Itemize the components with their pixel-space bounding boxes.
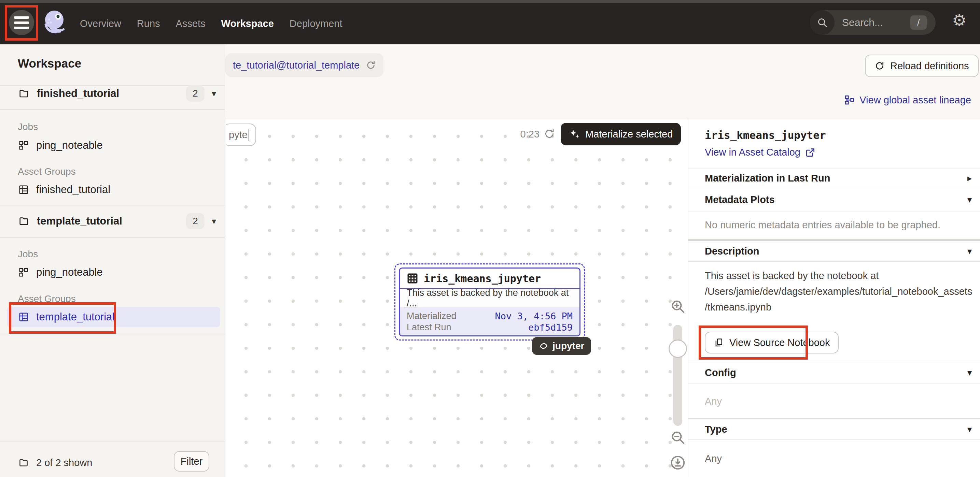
hamburger-bar: [14, 16, 29, 19]
asset-group-icon: [18, 185, 29, 195]
view-source-notebook-button[interactable]: View Source Notebook: [705, 332, 838, 353]
window-top-strip: [0, 0, 980, 3]
asset-group-icon: [18, 312, 29, 322]
latest-run-row: Latest Run ebf5d159: [407, 322, 573, 333]
nav-deployment[interactable]: Deployment: [290, 18, 342, 29]
divider: [688, 362, 980, 362]
code-location-tag[interactable]: te_tutorial@tutorial_template: [225, 53, 383, 77]
latest-run-value[interactable]: ebf5d159: [528, 322, 573, 333]
text-cursor: [248, 128, 249, 141]
metadata-empty-text: No numeric metadata entries available to…: [705, 219, 940, 231]
jobs-section-label: Jobs: [18, 249, 38, 260]
materialized-row: Materialized Nov 3, 4:56 PM: [407, 311, 573, 322]
chevron-down-icon: ▾: [967, 246, 972, 257]
chevron-down-icon: ▾: [967, 424, 972, 435]
chevron-down-icon: ▾: [967, 368, 972, 378]
reload-definitions-button[interactable]: Reload definitions: [865, 55, 978, 77]
job-icon: [18, 140, 29, 151]
zoom-slider-handle[interactable]: [668, 339, 687, 358]
refresh-icon[interactable]: [544, 128, 555, 139]
chevron-down-icon[interactable]: ▾: [212, 216, 216, 227]
filter-button[interactable]: Filter: [174, 451, 209, 472]
gear-icon[interactable]: ⚙: [952, 12, 967, 29]
divider: [0, 237, 225, 238]
hamburger-bar: [14, 27, 29, 29]
graph-refresh-timer: 0:23: [512, 128, 539, 140]
zoom-out-icon[interactable]: [670, 429, 686, 445]
asset-groups-section-label: Asset Groups: [18, 293, 76, 304]
sidebar-item-group-template-tutorial[interactable]: template_tutorial: [7, 307, 220, 327]
search-icon: [810, 10, 835, 35]
asset-graph-canvas[interactable]: pyte 0:23 Materialize selected: [226, 119, 688, 477]
nav-runs[interactable]: Runs: [137, 18, 160, 29]
download-graph-icon[interactable]: [670, 455, 686, 471]
graph-filter-chip[interactable]: pyte: [226, 124, 256, 146]
folder-icon: [18, 216, 29, 227]
hamburger-menu-button[interactable]: [9, 10, 34, 35]
chevron-down-icon[interactable]: ▾: [212, 89, 216, 99]
repo-label: template_tutorial: [37, 215, 122, 227]
notebook-copy-icon: [714, 338, 724, 348]
nav-workspace[interactable]: Workspace: [221, 18, 274, 29]
repo-count-badge: 2: [186, 85, 205, 102]
sidebar-item-job-ping-noteable[interactable]: ping_noteable: [0, 135, 225, 155]
materialize-selected-label: Materialize selected: [585, 128, 673, 140]
repo-row-finished-tutorial[interactable]: finished_tutorial 2 ▾: [0, 82, 225, 105]
sidebar-item-label: finished_tutorial: [36, 184, 110, 196]
metadata-plots-label: Metadata Plots: [705, 194, 775, 205]
jobs-section-label: Jobs: [18, 122, 38, 132]
nav-overview[interactable]: Overview: [80, 18, 121, 29]
search-placeholder: Search...: [842, 17, 883, 29]
primary-nav: Overview Runs Assets Workspace Deploymen…: [80, 3, 342, 44]
table-icon: [407, 273, 418, 284]
sidebar-item-label: ping_noteable: [36, 266, 103, 279]
description-section[interactable]: Description ▾: [705, 242, 972, 261]
materialize-selected-button[interactable]: Materialize selected: [561, 123, 681, 145]
reload-definitions-label: Reload definitions: [890, 60, 969, 72]
latest-run-label: Latest Run: [407, 322, 452, 333]
materialized-label: Materialized: [407, 311, 457, 322]
search-input[interactable]: Search... /: [810, 10, 935, 35]
config-section[interactable]: Config ▾: [705, 363, 972, 382]
metadata-plots-section[interactable]: Metadata Plots ▾: [705, 190, 972, 209]
sidebar-item-group-finished-tutorial[interactable]: finished_tutorial: [0, 179, 225, 200]
materialization-last-run-section[interactable]: Materialization in Last Run ▸: [705, 168, 972, 188]
view-global-asset-lineage-label: View global asset lineage: [859, 95, 971, 106]
sidebar-title: Workspace: [18, 57, 81, 70]
dagster-workspace-screen: Overview Runs Assets Workspace Deploymen…: [0, 0, 980, 477]
divider: [0, 442, 225, 442]
sidebar-item-label: ping_noteable: [36, 139, 103, 152]
asset-node-header: iris_kmeans_jupyter: [400, 268, 579, 289]
zoom-in-icon[interactable]: [670, 298, 686, 314]
code-location-label: te_tutorial@tutorial_template: [233, 60, 360, 71]
divider: [688, 212, 980, 212]
materialization-last-run-label: Materialization in Last Run: [705, 173, 830, 184]
dagster-logo: [42, 9, 68, 36]
divider: [688, 384, 980, 384]
repo-row-template-tutorial[interactable]: template_tutorial 2 ▾: [0, 209, 225, 233]
view-in-asset-catalog-link[interactable]: View in Asset Catalog: [705, 147, 815, 158]
asset-node-footer: Materialized Nov 3, 4:56 PM Latest Run e…: [400, 308, 579, 335]
panel-asset-title: iris_kmeans_jupyter: [705, 129, 826, 141]
type-value: Any: [705, 453, 722, 464]
jupyter-tag[interactable]: jupyter: [532, 337, 591, 355]
reload-icon: [875, 61, 885, 71]
asset-groups-section-label: Asset Groups: [18, 166, 76, 177]
reload-location-icon[interactable]: [366, 60, 376, 70]
lineage-icon: [845, 95, 855, 105]
sidebar-item-job-ping-noteable[interactable]: ping_noteable: [0, 262, 225, 282]
divider: [0, 205, 225, 205]
divider: [688, 439, 980, 440]
nav-assets[interactable]: Assets: [176, 18, 205, 29]
jupyter-tag-label: jupyter: [552, 341, 584, 352]
type-section[interactable]: Type ▾: [705, 420, 972, 439]
view-source-notebook-label: View Source Notebook: [729, 337, 830, 349]
view-global-asset-lineage-link[interactable]: View global asset lineage: [845, 93, 971, 107]
divider: [688, 261, 980, 262]
hamburger-bar: [14, 22, 29, 24]
graph-filter-chip-text: pyte: [229, 129, 248, 141]
divider: [688, 418, 980, 419]
divider: [688, 239, 980, 241]
shown-count-text: 2 of 2 shown: [36, 457, 92, 469]
asset-node-iris-kmeans-jupyter[interactable]: iris_kmeans_jupyter This asset is backed…: [399, 268, 581, 336]
